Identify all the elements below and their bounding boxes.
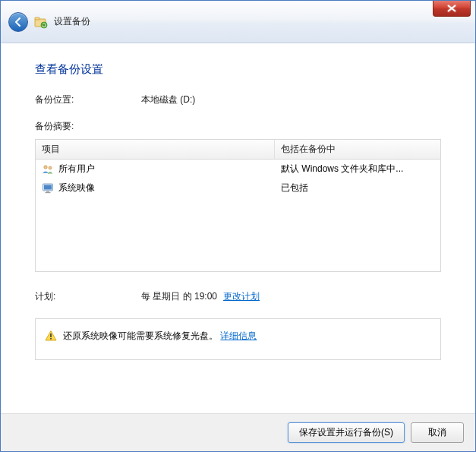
monitor-icon <box>42 182 54 194</box>
row-included-value: 已包括 <box>275 180 440 196</box>
page-title: 查看备份设置 <box>35 62 441 77</box>
col-included-header[interactable]: 包括在备份中 <box>275 140 440 159</box>
schedule-row: 计划: 每 星期日 的 19:00 更改计划 <box>35 290 441 303</box>
row-item-label: 系统映像 <box>58 182 95 194</box>
svg-rect-10 <box>50 338 52 340</box>
svg-rect-7 <box>46 191 49 192</box>
svg-rect-6 <box>44 185 52 189</box>
warning-details-link[interactable]: 详细信息 <box>220 330 257 341</box>
window-title: 设置备份 <box>54 15 90 28</box>
table-header: 项目 包括在备份中 <box>36 140 440 160</box>
content-area: 查看备份设置 备份位置: 本地磁盘 (D:) 备份摘要: 项目 包括在备份中 所… <box>10 43 466 413</box>
schedule-label: 计划: <box>35 290 141 303</box>
col-item-header[interactable]: 项目 <box>36 140 275 159</box>
summary-table: 项目 包括在备份中 所有用户 默认 Windows 文件夹和库中... <box>35 139 441 272</box>
footer-bar: 保存设置并运行备份(S) 取消 <box>1 413 475 451</box>
row-included-value: 默认 Windows 文件夹和库中... <box>275 161 440 177</box>
close-icon <box>447 5 456 12</box>
warning-text: 还原系统映像可能需要系统修复光盘。 <box>63 330 218 341</box>
users-icon <box>42 163 54 175</box>
back-button[interactable] <box>8 12 28 32</box>
close-button[interactable] <box>433 1 471 17</box>
svg-point-4 <box>49 166 52 169</box>
schedule-value: 每 星期日 的 19:00 <box>141 290 217 303</box>
cancel-button[interactable]: 取消 <box>411 422 464 443</box>
warning-icon <box>45 330 57 342</box>
svg-point-3 <box>44 165 47 168</box>
warning-box: 还原系统映像可能需要系统修复光盘。 详细信息 <box>35 318 441 360</box>
backup-location-row: 备份位置: 本地磁盘 (D:) <box>35 93 441 106</box>
svg-rect-8 <box>46 192 51 193</box>
backup-folder-icon <box>34 15 48 29</box>
backup-location-label: 备份位置: <box>35 93 141 106</box>
backup-location-value: 本地磁盘 (D:) <box>141 93 441 106</box>
table-row[interactable]: 系统映像 已包括 <box>36 179 440 198</box>
save-run-button[interactable]: 保存设置并运行备份(S) <box>288 422 405 443</box>
change-schedule-link[interactable]: 更改计划 <box>223 290 260 303</box>
svg-rect-1 <box>35 17 39 20</box>
header-bar: 设置备份 <box>1 1 475 43</box>
back-arrow-icon <box>13 17 24 27</box>
row-item-label: 所有用户 <box>58 163 95 175</box>
summary-label: 备份摘要: <box>35 120 441 133</box>
svg-rect-9 <box>50 333 52 337</box>
table-row[interactable]: 所有用户 默认 Windows 文件夹和库中... <box>36 160 440 179</box>
